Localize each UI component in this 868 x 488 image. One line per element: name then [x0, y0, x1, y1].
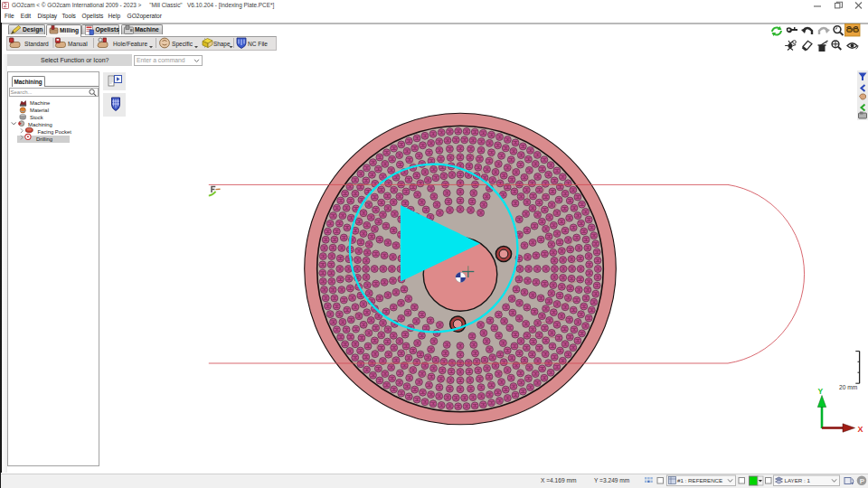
svg-text:X: X [858, 425, 863, 434]
svg-text:20 mm: 20 mm [839, 384, 858, 390]
svg-text:Y: Y [818, 387, 824, 396]
svg-text:P: P [860, 477, 865, 485]
